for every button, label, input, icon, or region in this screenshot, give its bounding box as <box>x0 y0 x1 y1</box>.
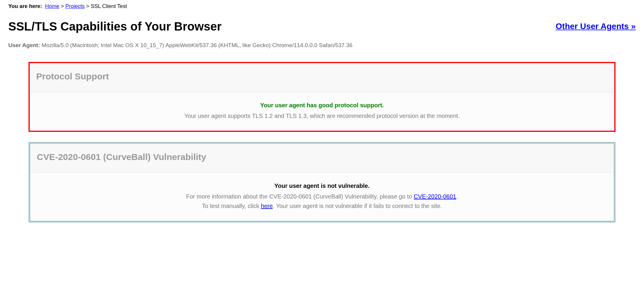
protocol-card-body: Your user agent has good protocol suppor… <box>30 92 614 131</box>
breadcrumb-projects-link[interactable]: Projects <box>65 3 85 9</box>
cve-card-title: CVE-2020-0601 (CurveBall) Vulnerability <box>37 150 607 164</box>
breadcrumb-label: You are here: <box>8 3 42 9</box>
cve-here-link[interactable]: here <box>261 203 273 209</box>
breadcrumb-sep: > <box>86 3 89 9</box>
protocol-card-head: Protocol Support <box>30 63 614 92</box>
other-user-agents-link[interactable]: Other User Agents » <box>556 20 636 33</box>
breadcrumb-home-link[interactable]: Home <box>45 3 59 9</box>
cve-card: CVE-2020-0601 (CurveBall) Vulnerability … <box>28 142 616 223</box>
header-row: SSL/TLS Capabilities of Your Browser Oth… <box>8 17 636 35</box>
protocol-support-card: Protocol Support Your user agent has goo… <box>28 62 616 132</box>
cve-line2-pre: To test manually, click <box>202 203 261 209</box>
cve-line1-pre: For more information about the CVE-2020-… <box>186 193 414 200</box>
user-agent-key: User Agent: <box>8 42 40 48</box>
cve-card-head: CVE-2020-0601 (CurveBall) Vulnerability <box>30 144 614 173</box>
protocol-detail: Your user agent supports TLS 1.2 and TLS… <box>36 111 608 121</box>
breadcrumb-current: SSL Client Test <box>91 3 127 9</box>
cve-line2: To test manually, click here. Your user … <box>36 201 608 211</box>
user-agent-value: Mozilla/5.0 (Macintosh; Intel Mac OS X 1… <box>42 42 352 48</box>
breadcrumb: You are here: Home > Projects > SSL Clie… <box>8 2 636 10</box>
cve-line2-post: . Your user agent is not vulnerable if i… <box>273 203 442 209</box>
cve-line1: For more information about the CVE-2020-… <box>36 192 608 201</box>
cve-line1-post: . <box>456 193 458 200</box>
breadcrumb-sep: > <box>61 3 64 9</box>
page-title: SSL/TLS Capabilities of Your Browser <box>8 17 222 35</box>
cve-card-body: Your user agent is not vulnerable. For m… <box>30 173 614 221</box>
protocol-card-title: Protocol Support <box>36 70 608 83</box>
cve-headline: Your user agent is not vulnerable. <box>36 181 608 191</box>
protocol-headline: Your user agent has good protocol suppor… <box>36 100 608 110</box>
cve-link[interactable]: CVE-2020-0601 <box>414 193 456 200</box>
user-agent-line: User Agent: Mozilla/5.0 (Macintosh; Inte… <box>8 41 636 50</box>
